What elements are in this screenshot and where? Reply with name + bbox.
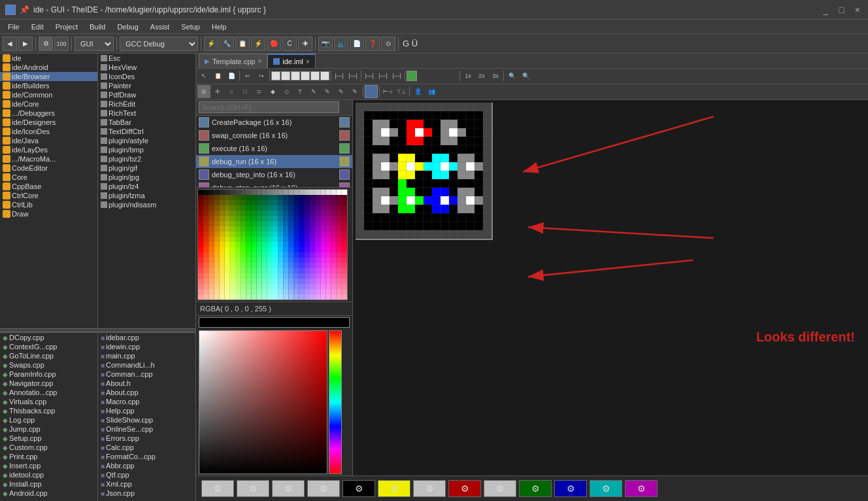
tree-item-common[interactable]: ide/Common (0, 90, 97, 99)
tool-person[interactable]: 👤 (411, 85, 424, 98)
menu-setup[interactable]: Setup (176, 22, 205, 32)
tab-ideiml[interactable]: ide.iml × (267, 54, 316, 68)
tool-lasso[interactable]: ⊃ (252, 85, 265, 98)
current-color-bar[interactable] (199, 317, 350, 328)
color-palette-grid[interactable] (197, 189, 348, 300)
file-calc[interactable]: ■ Calc.cpp (98, 443, 195, 452)
file-setup[interactable]: ◆ Setup.cpp (0, 434, 97, 443)
module-esc[interactable]: Esc (98, 54, 195, 63)
file-abouth[interactable]: ■ About.h (98, 379, 195, 388)
tb-icon5[interactable]: 🔴 (267, 37, 281, 51)
swatch-bg-6[interactable]: ⚙ (378, 480, 410, 497)
tree-item-draw[interactable]: Draw (0, 209, 97, 218)
imglist-execute[interactable]: execute (16 x 16) (196, 142, 352, 155)
tool-circle[interactable]: ○ (225, 85, 238, 98)
ed-size2[interactable]: |—| (346, 69, 359, 82)
file-macro[interactable]: ■ Macro.cpp (98, 397, 195, 406)
ed-draw4[interactable] (301, 71, 310, 80)
ed-cursor-icon[interactable]: ↖ (197, 69, 210, 82)
sv-canvas[interactable] (199, 330, 327, 474)
swatch-bg-12[interactable]: ⚙ (590, 480, 622, 497)
tool-select[interactable]: ⊞ (197, 85, 210, 98)
tree-item-core[interactable]: Core (0, 173, 97, 182)
ed-icon-b[interactable] (418, 69, 431, 82)
ed-icon-d[interactable] (445, 69, 458, 82)
ed-paste-icon[interactable]: 📄 (225, 69, 238, 82)
tree-item-idecore[interactable]: ide/Core (0, 99, 97, 109)
ed-draw2[interactable] (281, 71, 290, 80)
ed-zoom2[interactable]: 2x (475, 69, 488, 82)
tb-icon2[interactable]: 🔧 (220, 37, 234, 51)
file-errors[interactable]: ■ Errors.cpp (98, 434, 195, 443)
module-list[interactable]: Esc HexView IconDes Painter PdfDraw (98, 54, 195, 328)
tb-icon10[interactable]: 📄 (350, 37, 364, 51)
swatch-bg-3[interactable]: ⚙ (272, 480, 305, 497)
menu-help[interactable]: Help (207, 22, 232, 32)
tb-icon11[interactable]: ❓ (365, 37, 380, 51)
tb-icon3[interactable]: 📋 (235, 37, 250, 51)
ed-size1[interactable]: |—| (333, 69, 346, 82)
menu-build[interactable]: Build (84, 22, 110, 32)
ed-zoom1[interactable]: 1x (461, 69, 475, 82)
file-insert[interactable]: ◆ Insert.cpp (0, 461, 97, 470)
imglist-createpackage[interactable]: CreatePackage (16 x 16) (196, 116, 352, 129)
tool-rect[interactable]: □ (239, 85, 252, 98)
module-icondes[interactable]: IconDes (98, 72, 195, 81)
swatch-bg-7[interactable]: ⚙ (413, 480, 446, 497)
module-jpg[interactable]: plugin/jpg (98, 173, 195, 182)
tree-item-laydes[interactable]: ide/LayDes (0, 145, 97, 154)
module-bz2[interactable]: plugin/bz2 (98, 154, 195, 164)
file-about[interactable]: ■ About.cpp (98, 388, 195, 397)
module-richedit[interactable]: RichEdit (98, 99, 195, 109)
package-tree[interactable]: ide ide/Android ide/Browser ide/Builders… (0, 54, 98, 328)
gcc-dropdown[interactable]: GCC Debug (120, 37, 198, 51)
forward-button[interactable]: ▶ (18, 37, 33, 51)
ed-draw3[interactable] (291, 71, 300, 80)
tree-item-java[interactable]: ide/Java (0, 136, 97, 145)
tree-item-icondes[interactable]: ide/IconDes (0, 127, 97, 136)
swatch-bg-1[interactable]: ⚙ (201, 480, 234, 497)
ed-zoomin[interactable]: 🔍 (505, 69, 518, 82)
pixel-art-canvas[interactable] (356, 103, 493, 240)
tool-pen3[interactable]: ✎ (335, 85, 348, 98)
swatch-bg-5[interactable]: ⚙ (342, 480, 375, 497)
tool-preview[interactable] (365, 85, 378, 98)
toolbar-100[interactable]: 100 (54, 37, 69, 51)
swatch-bg-11[interactable]: ⚙ (554, 480, 587, 497)
file-onlinese[interactable]: ■ OnlineSe...cpp (98, 424, 195, 434)
tb-icon7[interactable]: ✚ (298, 37, 312, 51)
image-list[interactable]: CreatePackage (16 x 16) swap_console (16… (196, 116, 352, 188)
swatch-bg-8[interactable]: ⚙ (448, 480, 481, 497)
tree-item-cppbase[interactable]: CppBase (0, 182, 97, 191)
module-tabbar[interactable]: TabBar (98, 118, 195, 127)
tb-icon9[interactable]: 📺 (334, 37, 348, 51)
ed-zoomout[interactable]: 🔍 (519, 69, 532, 82)
file-help[interactable]: ■ Help.cpp (98, 406, 195, 415)
file-idewin[interactable]: ■ idewin.cpp (98, 342, 195, 351)
maximize-button[interactable]: □ (836, 3, 846, 16)
file-xml[interactable]: ■ Xml.cpp (98, 479, 195, 489)
tree-item-builders[interactable]: ide/Builders (0, 81, 97, 90)
ed-size5[interactable]: |—| (390, 69, 403, 82)
back-button[interactable]: ◀ (3, 37, 17, 51)
ed-zoom3[interactable]: 3x (489, 69, 502, 82)
ed-size3[interactable]: |—| (363, 69, 376, 82)
file-jump[interactable]: ◆ Jump.cpp (0, 424, 97, 434)
tool-person2[interactable]: 👥 (425, 85, 438, 98)
imglist-swapconsole[interactable]: swap_console (16 x 16) (196, 129, 352, 142)
tb-icon12[interactable]: ⊙ (381, 37, 395, 51)
file-navigator[interactable]: ◆ Navigator.cpp (0, 379, 97, 388)
tree-item-browser[interactable]: ide/Browser (0, 72, 97, 81)
tool-text[interactable]: T (293, 85, 307, 98)
imglist-stepinto[interactable]: debug_step_into (16 x 16) (196, 168, 352, 181)
module-hexview[interactable]: HexView (98, 63, 195, 72)
ed-draw5[interactable] (310, 71, 320, 80)
module-painter[interactable]: Painter (98, 81, 195, 90)
minimize-button[interactable]: _ (821, 3, 831, 16)
ed-icon-c[interactable] (431, 69, 444, 82)
tool-sizeh[interactable]: ⊤⊥ (395, 85, 408, 98)
menu-project[interactable]: Project (50, 22, 83, 32)
ed-icon-a[interactable] (407, 71, 417, 81)
module-pdfdraw[interactable]: PdfDraw (98, 90, 195, 99)
file-gotoline[interactable]: ◆ GoToLine.cpp (0, 351, 97, 360)
